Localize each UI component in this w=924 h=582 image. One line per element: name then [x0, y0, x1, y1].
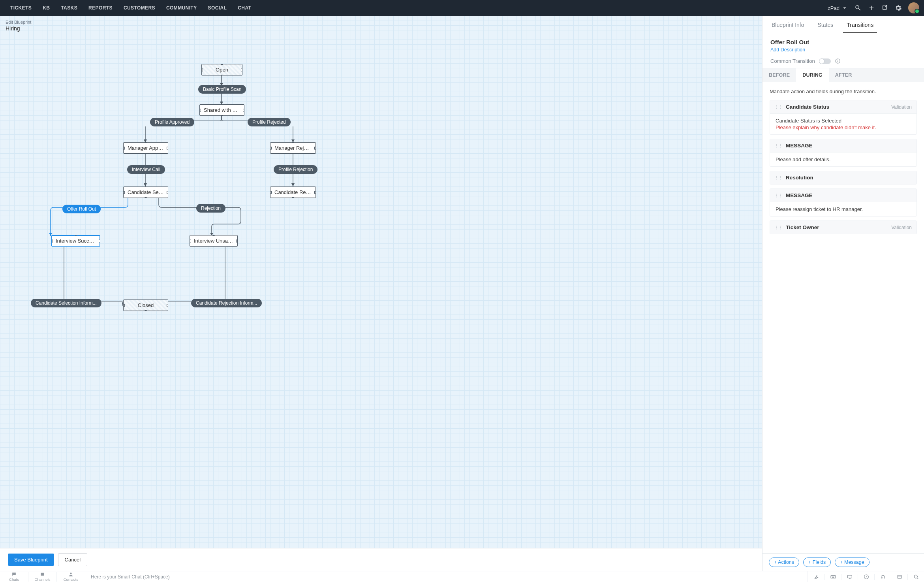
state-candidate-rejected[interactable]: Candidate Reject... — [270, 186, 316, 198]
transition-title: Offer Roll Out — [770, 39, 916, 45]
nav-reports[interactable]: REPORTS — [83, 0, 118, 16]
card-message-1[interactable]: ⋮⋮MESSAGE Please add offer details. — [770, 139, 917, 167]
add-fields-button[interactable]: + Fields — [803, 558, 831, 567]
top-nav: TICKETS KB TASKS REPORTS CUSTOMERS COMMU… — [0, 0, 924, 16]
nav-tickets[interactable]: TICKETS — [5, 0, 37, 16]
common-transition-label: Common Transition — [770, 58, 815, 64]
stage-tab-before[interactable]: BEFORE — [762, 68, 796, 82]
bottom-tab-channels[interactable]: Channels — [28, 572, 57, 582]
gear-icon[interactable] — [895, 4, 902, 11]
workspace-switcher[interactable]: zPad — [828, 4, 848, 11]
svg-rect-12 — [838, 60, 838, 60]
drag-handle-icon[interactable]: ⋮⋮ — [775, 105, 783, 109]
nav-tasks[interactable]: TASKS — [55, 0, 83, 16]
screen-icon[interactable] — [841, 574, 858, 580]
plus-icon[interactable] — [868, 4, 875, 11]
headset-icon[interactable] — [874, 574, 891, 580]
nav-customers[interactable]: CUSTOMERS — [118, 0, 161, 16]
bottom-bar: Chats Channels Contacts Here is your Sma… — [0, 571, 924, 582]
nav-social[interactable]: SOCIAL — [203, 0, 233, 16]
window-icon[interactable] — [891, 574, 907, 580]
save-blueprint-button[interactable]: Save Blueprint — [8, 554, 54, 566]
zia-icon[interactable] — [808, 574, 824, 580]
contacts-icon — [68, 572, 73, 577]
state-shared-with-manager[interactable]: Shared with Mana... — [199, 104, 244, 116]
bottom-tab-contacts[interactable]: Contacts — [57, 572, 85, 582]
breadcrumb: Edit Blueprint — [6, 20, 31, 24]
canvas-footer: Save Blueprint Cancel — [0, 548, 762, 571]
blueprint-canvas[interactable]: Open Basic Profile Scan Shared with Mana… — [0, 16, 762, 548]
info-icon[interactable] — [835, 58, 841, 64]
svg-rect-14 — [847, 575, 852, 578]
avatar[interactable] — [908, 2, 919, 13]
common-transition-toggle[interactable] — [819, 58, 831, 64]
svg-marker-5 — [291, 183, 295, 186]
state-manager-rejected[interactable]: Manager Rejected — [270, 142, 316, 154]
transition-profile-rejected[interactable]: Profile Rejected — [248, 118, 291, 126]
transition-offer-roll-out[interactable]: Offer Roll Out — [62, 205, 101, 213]
state-interview-unsatisfactory[interactable]: Interview Unsatisf... — [190, 235, 238, 247]
chevron-down-icon — [841, 4, 848, 11]
workspace-label: zPad — [828, 5, 839, 11]
search-icon-bottom[interactable] — [907, 574, 924, 580]
clock-icon[interactable] — [858, 574, 874, 580]
chat-bubble-icon — [11, 572, 17, 577]
state-manager-approved[interactable]: Manager Approved — [123, 142, 168, 154]
stage-tab-during[interactable]: DURING — [796, 68, 829, 82]
card-message-2[interactable]: ⋮⋮MESSAGE Please reassign ticket to HR m… — [770, 188, 917, 217]
svg-marker-4 — [144, 183, 147, 186]
keyboard-icon[interactable] — [824, 574, 841, 580]
stage-hint: Mandate action and fields during the tra… — [770, 89, 917, 94]
svg-rect-11 — [838, 60, 838, 62]
drag-handle-icon[interactable]: ⋮⋮ — [775, 226, 783, 230]
transition-profile-approved[interactable]: Profile Approved — [150, 118, 194, 126]
drag-handle-icon[interactable]: ⋮⋮ — [775, 194, 783, 198]
transition-candidate-rejection-inform[interactable]: Candidate Rejection Inform... — [191, 299, 262, 307]
bottom-tab-chats[interactable]: Chats — [0, 572, 28, 582]
state-closed[interactable]: Closed — [123, 299, 168, 311]
transition-rejection[interactable]: Rejection — [196, 204, 225, 213]
svg-rect-13 — [831, 575, 836, 578]
notification-icon[interactable] — [881, 4, 888, 11]
search-icon[interactable] — [855, 4, 862, 11]
blueprint-title: Hiring — [6, 25, 31, 32]
transition-profile-rejection[interactable]: Profile Rejection — [274, 165, 317, 174]
tab-transitions[interactable]: Transitions — [845, 22, 875, 33]
add-description-link[interactable]: Add Description — [770, 47, 916, 53]
transition-interview-call[interactable]: Interview Call — [127, 165, 165, 174]
state-open[interactable]: Open — [201, 64, 242, 75]
drag-handle-icon[interactable]: ⋮⋮ — [775, 176, 783, 180]
transition-panel: Blueprint Info States Transitions Offer … — [762, 16, 924, 571]
stage-tab-after[interactable]: AFTER — [829, 68, 858, 82]
tab-blueprint-info[interactable]: Blueprint Info — [770, 22, 806, 33]
add-actions-button[interactable]: + Actions — [769, 558, 799, 567]
smart-chat-input[interactable]: Here is your Smart Chat (Ctrl+Space) — [85, 571, 808, 582]
nav-chat[interactable]: CHAT — [232, 0, 257, 16]
add-message-button[interactable]: + Message — [835, 558, 870, 567]
card-candidate-status[interactable]: ⋮⋮Candidate StatusValidation Candidate S… — [770, 100, 917, 135]
tab-states[interactable]: States — [817, 22, 835, 33]
validation-error: Please explain why candidate didn't make… — [776, 124, 911, 130]
svg-rect-16 — [898, 575, 901, 578]
blueprint-canvas-wrap: Edit Blueprint Hiring — [0, 16, 762, 571]
state-interview-success[interactable]: Interview Success... — [51, 235, 100, 247]
cancel-button[interactable]: Cancel — [58, 553, 87, 566]
nav-kb[interactable]: KB — [37, 0, 55, 16]
channels-icon — [40, 572, 45, 577]
state-candidate-selected[interactable]: Candidate Select... — [123, 186, 168, 198]
nav-community[interactable]: COMMUNITY — [161, 0, 203, 16]
svg-point-17 — [914, 575, 917, 578]
drag-handle-icon[interactable]: ⋮⋮ — [775, 144, 783, 148]
transition-basic-profile-scan[interactable]: Basic Profile Scan — [198, 85, 246, 94]
card-ticket-owner[interactable]: ⋮⋮Ticket OwnerValidation — [770, 220, 917, 234]
card-resolution[interactable]: ⋮⋮Resolution — [770, 171, 917, 185]
transition-candidate-selection-inform[interactable]: Candidate Selection Inform... — [31, 299, 101, 307]
